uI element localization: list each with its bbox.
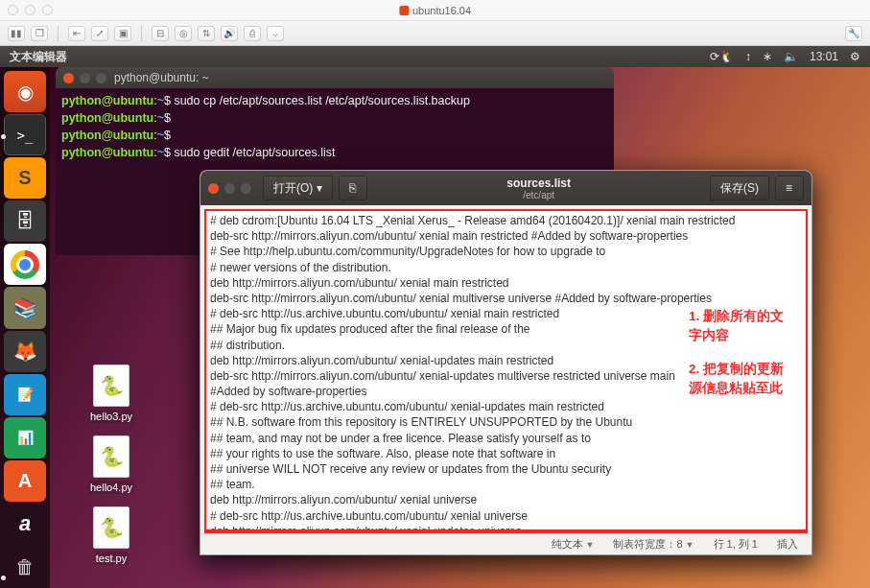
status-cursor-position: 行 1, 列 1 [714, 537, 758, 552]
calc-icon: 📊 [17, 430, 34, 445]
ubuntu-icon [399, 6, 409, 15]
ubuntu-swirl-icon: ◉ [17, 81, 34, 104]
update-icon[interactable]: ⟳🐧 [710, 50, 734, 63]
host-vm-title-text: ubuntu16.04 [412, 5, 471, 16]
gedit-menu-button[interactable]: ≡ [775, 176, 804, 200]
gedit-text-line: deb http://mirrors.aliyun.com/ubuntu/ xe… [210, 524, 802, 533]
launcher-chrome[interactable] [4, 244, 46, 285]
desktop-icon-test[interactable]: test.py [77, 506, 146, 565]
launcher-trash[interactable]: 🗑 [4, 547, 46, 588]
gedit-text-line: deb-src http://mirrors.aliyun.com/ubuntu… [210, 228, 802, 244]
desktop-icon-label: test.py [94, 552, 129, 565]
terminal-minimize-button[interactable] [80, 73, 90, 83]
toolbar-dev-sound[interactable]: 🔊 [221, 26, 238, 41]
gedit-open-button[interactable]: 打开(O) ▾ [263, 176, 333, 200]
desktop-icon-label: hello4.py [88, 481, 134, 494]
gedit-minimize-button[interactable] [224, 183, 235, 194]
toolbar-pause-button[interactable]: ▮▮ [8, 26, 25, 41]
window-icon: ▣ [119, 28, 128, 38]
gedit-statusbar: 纯文本▼ 制表符宽度：8▼ 行 1, 列 1 插入 [200, 533, 811, 554]
launcher-files[interactable]: 🗄 [4, 200, 46, 242]
gedit-close-button[interactable] [208, 183, 219, 194]
launcher-sublime[interactable]: S [4, 157, 46, 199]
desktop-icon-label: hello3.py [88, 410, 134, 423]
host-traffic-lights [8, 5, 53, 15]
toolbar-dev-net[interactable]: ⇅ [198, 26, 215, 41]
host-minimize-button[interactable] [25, 5, 35, 15]
chrome-icon [11, 250, 39, 279]
launcher-terminal[interactable]: >_ [4, 114, 46, 155]
sound-icon[interactable]: 🔈 [784, 50, 798, 63]
terminal-titlebar[interactable]: python@ubuntu: ~ [56, 67, 614, 88]
bluetooth-icon[interactable]: ∗ [763, 50, 772, 63]
hamburger-icon: ≡ [786, 181, 792, 195]
unity-launcher: ◉ >_ S 🗄 📚 🦊 📝 📊 A a ✎ 🗑 [0, 67, 50, 588]
gear-icon[interactable]: ⚙ [850, 50, 860, 63]
disc-icon: ◎ [179, 28, 188, 38]
launcher-software[interactable]: A [4, 460, 46, 502]
launcher-firefox[interactable]: 🦊 [4, 331, 46, 372]
launcher-running-pip [1, 134, 6, 139]
gedit-text-line: ## team. [210, 477, 802, 492]
gedit-text-line: # deb-src http://us.archive.ubuntu.com/u… [210, 508, 802, 524]
gedit-headerbar[interactable]: 打开(O) ▾ ⎘ sources.list /etc/apt 保存(S) ≡ [200, 171, 811, 205]
gedit-text-area[interactable]: # deb cdrom:[Ubuntu 16.04 LTS _Xenial Xe… [204, 209, 808, 533]
annotation-step-1: 1. 删除所有的文字内容 [689, 307, 796, 346]
launcher-dash[interactable]: ◉ [4, 71, 46, 112]
files-icon: 🗄 [15, 210, 35, 232]
ubuntu-menubar: 文本编辑器 ⟳🐧 ↕ ∗ 🔈 13:01 ⚙ [0, 46, 870, 67]
camera-icon: ❒ [35, 28, 44, 38]
terminal-maximize-button[interactable] [96, 73, 106, 83]
toolbar-fullscreen-button[interactable]: ⤢ [91, 26, 108, 41]
status-tab-width[interactable]: 制表符宽度：8▼ [613, 537, 694, 552]
gedit-text-line: deb http://mirrors.aliyun.com/ubuntu/ xe… [210, 492, 802, 507]
python-file-icon [93, 506, 129, 549]
gedit-maximize-button[interactable] [241, 183, 251, 194]
launcher-calc[interactable]: 📊 [4, 417, 46, 459]
gedit-save-label: 保存(S) [720, 180, 759, 197]
terminal-icon: >_ [17, 128, 34, 143]
gedit-text-line: # See http://help.ubuntu.com/community/U… [210, 244, 802, 259]
toolbar-snapshot-button[interactable]: ❒ [31, 26, 48, 41]
printer-icon: ⎙ [249, 28, 255, 38]
toolbar-dev-disk[interactable]: ⊟ [152, 26, 169, 41]
desktop-icon-hello3[interactable]: hello3.py [77, 365, 146, 423]
toolbar-wrench-button[interactable]: 🔧 [845, 26, 862, 41]
launcher-amazon[interactable]: a [4, 504, 46, 545]
toolbar-dev-usb[interactable]: ⌵ [267, 26, 284, 41]
gedit-text-line: ## N.B. software from this repository is… [210, 414, 802, 430]
launcher-running-pip [1, 576, 6, 580]
terminal-window-buttons [63, 73, 106, 83]
trash-icon: 🗑 [15, 556, 35, 578]
launcher-books[interactable]: 📚 [4, 287, 46, 328]
launcher-writer[interactable]: 📝 [4, 374, 46, 415]
host-zoom-button[interactable] [42, 5, 53, 15]
gedit-window-buttons [208, 183, 251, 194]
status-language[interactable]: 纯文本▼ [552, 537, 595, 552]
toolbar-dev-cd[interactable]: ◎ [175, 26, 192, 41]
toolbar-back-button[interactable]: ⇤ [68, 26, 85, 41]
network-icon[interactable]: ↕ [745, 50, 751, 63]
disk-icon: ⊟ [156, 28, 164, 38]
python-file-icon [93, 435, 129, 478]
desktop-icon-hello4[interactable]: hello4.py [77, 435, 146, 494]
books-icon: 📚 [13, 296, 37, 319]
software-icon: A [18, 470, 32, 492]
gedit-text-line: # newer versions of the distribution. [210, 260, 802, 275]
term-command: sudo gedit /etc/apt/sources.list [174, 146, 335, 159]
toolbar-dev-printer[interactable]: ⎙ [244, 26, 261, 41]
gedit-text-line: # deb-src http://us.archive.ubuntu.com/u… [210, 399, 802, 414]
gedit-new-button[interactable]: ⎘ [339, 176, 367, 200]
gedit-window[interactable]: 打开(O) ▾ ⎘ sources.list /etc/apt 保存(S) ≡ … [200, 170, 812, 555]
gedit-text-line: deb-src http://mirrors.aliyun.com/ubuntu… [210, 291, 802, 306]
desktop[interactable]: ◉ >_ S 🗄 📚 🦊 📝 📊 A a ✎ 🗑 hello3.py hello… [0, 67, 870, 588]
gedit-save-button[interactable]: 保存(S) [710, 176, 769, 200]
host-close-button[interactable] [8, 5, 18, 15]
gedit-text-line: ## your rights to use the software. Also… [210, 446, 802, 461]
menubar-clock[interactable]: 13:01 [810, 50, 838, 63]
toolbar-separator [58, 26, 59, 41]
term-prompt-path: ~ [157, 94, 164, 107]
toolbar-unity-button[interactable]: ▣ [114, 26, 131, 41]
terminal-close-button[interactable] [63, 73, 74, 83]
chevron-down-icon: ▾ [317, 181, 322, 195]
